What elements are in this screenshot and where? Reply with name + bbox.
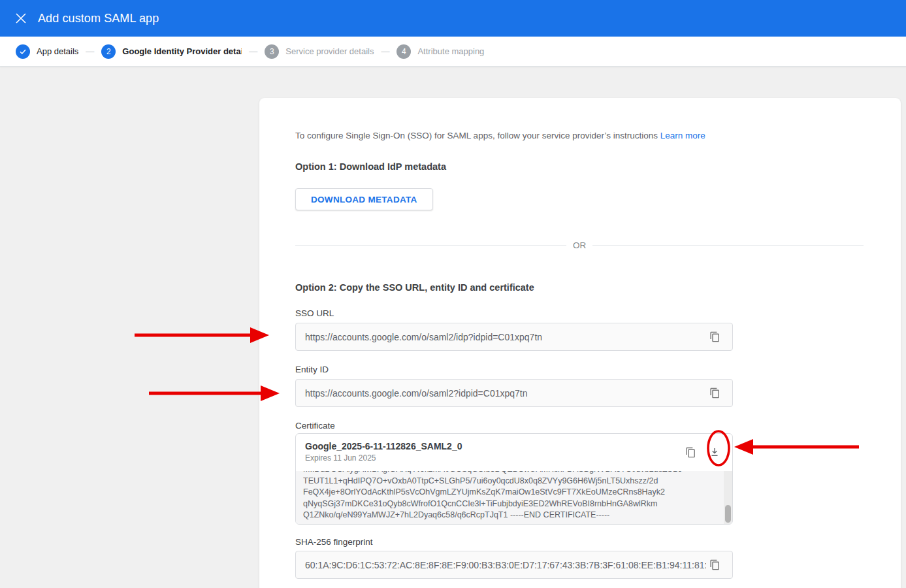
download-icon[interactable]	[706, 444, 723, 461]
sso-url-label: SSO URL	[295, 308, 334, 318]
dialog-title: Add custom SAML app	[38, 12, 159, 25]
certificate-text-line: Q1ZNko/q/eN99YaMWJZ+7hL2Dyaq6c58/q6cRcpT…	[303, 510, 724, 521]
certificate-text-line: FeQX4je+8OrlYOdAcKthlP5sVcOhVgmLZYUjmKsZ…	[303, 487, 724, 498]
add-custom-saml-app-dialog: Add custom SAML app App details — 2 Goog…	[0, 0, 906, 588]
sha256-fingerprint-label: SHA-256 fingerprint	[295, 537, 373, 547]
check-icon	[16, 44, 30, 59]
entity-id-label: Entity ID	[295, 365, 329, 374]
dialog-header: Add custom SAML app	[0, 0, 906, 37]
certificate-card: Google_2025-6-11-112826_SAML2_0 Expires …	[295, 433, 733, 525]
certificate-text-line: qNyqSGj37mDKCe31oQyb8cWfrofO1QcnCCIe3l+T…	[303, 498, 724, 510]
step-service-provider-details[interactable]: 3 Service provider details	[265, 44, 374, 59]
learn-more-link[interactable]: Learn more	[660, 131, 705, 140]
option2-heading: Option 2: Copy the SSO URL, entity ID an…	[295, 282, 534, 293]
step-number-badge: 4	[396, 44, 411, 59]
divider-line	[295, 245, 566, 246]
certificate-scrollbar[interactable]	[724, 471, 732, 525]
copy-icon[interactable]	[682, 444, 699, 461]
step-separator: —	[381, 46, 389, 56]
certificate-expiry: Expires 11 Jun 2025	[305, 453, 682, 463]
step-separator: —	[86, 46, 94, 56]
step-label: Google Identity Provider details	[122, 46, 242, 56]
intro-text-body: To configure Single Sign-On (SSO) for SA…	[295, 131, 658, 140]
step-google-idp-details[interactable]: 2 Google Identity Provider details	[101, 44, 242, 59]
certificate-label: Certificate	[295, 421, 335, 431]
copy-icon[interactable]	[706, 329, 723, 346]
certificate-header: Google_2025-6-11-112826_SAML2_0 Expires …	[296, 434, 732, 471]
step-attribute-mapping[interactable]: 4 Attribute mapping	[396, 44, 484, 59]
or-divider: OR	[295, 240, 864, 250]
certificate-text-line: TEUT1L1+qHdIPQ7O+vOxbA0TtpC+SLGhP5/7ui6o…	[303, 476, 724, 487]
divider-line	[592, 245, 864, 246]
step-app-details[interactable]: App details	[16, 44, 78, 59]
step-number-badge: 2	[101, 44, 116, 59]
step-label: Service provider details	[285, 46, 374, 56]
sso-url-value: https://accounts.google.com/o/saml2/idp?…	[305, 332, 706, 342]
sha256-fingerprint-field[interactable]: 60:1A:9C:D6:1C:53:72:AC:8E:8F:8E:F9:00:B…	[295, 551, 733, 579]
entity-id-field[interactable]: https://accounts.google.com/o/saml2?idpi…	[295, 379, 733, 407]
entity-id-value: https://accounts.google.com/o/saml2?idpi…	[305, 388, 706, 399]
copy-icon[interactable]	[706, 557, 723, 574]
download-metadata-button[interactable]: DOWNLOAD METADATA	[295, 188, 433, 210]
stepper: App details — 2 Google Identity Provider…	[0, 37, 906, 67]
copy-icon[interactable]	[706, 385, 723, 402]
certificate-body[interactable]: MIIDdDCCAlygAwIBAgIGAXqYvJkzMA0GCSqGSIb3…	[296, 471, 732, 525]
or-label: OR	[566, 240, 592, 250]
step-number-badge: 3	[265, 44, 279, 59]
close-icon[interactable]	[12, 10, 29, 27]
step-separator: —	[249, 46, 257, 56]
option1-heading: Option 1: Download IdP metadata	[295, 161, 446, 172]
content-card: To configure Single Sign-On (SSO) for SA…	[259, 98, 901, 588]
sha256-fingerprint-value: 60:1A:9C:D6:1C:53:72:AC:8E:8F:8E:F9:00:B…	[305, 560, 706, 570]
step-label: App details	[37, 46, 78, 56]
arrow-to-sso-url-field	[135, 327, 269, 343]
intro-text: To configure Single Sign-On (SSO) for SA…	[295, 131, 705, 140]
scrollbar-thumb[interactable]	[725, 505, 731, 523]
certificate-text-line: MIIDdDCCAlygAwIBAgIGAXqYvJkzMA0GCSqGSIb3…	[303, 471, 724, 476]
certificate-name: Google_2025-6-11-112826_SAML2_0	[305, 441, 682, 451]
step-label: Attribute mapping	[417, 46, 484, 56]
sso-url-field[interactable]: https://accounts.google.com/o/saml2/idp?…	[295, 323, 733, 351]
